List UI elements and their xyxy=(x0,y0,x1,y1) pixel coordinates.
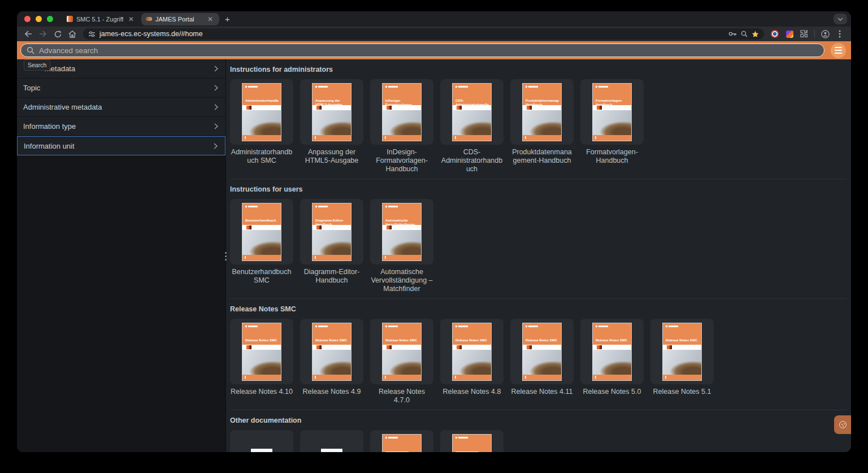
document-title: Automatische Vervollständigung – Matchfi… xyxy=(370,268,433,293)
document-thumbnail[interactable]: Benutzerhandbuch xyxy=(230,199,293,264)
browser-menu-dots-icon[interactable] xyxy=(834,28,846,40)
document-thumbnail[interactable]: Administratorhandbuch xyxy=(230,79,293,145)
tab-close-icon[interactable]: ✕ xyxy=(127,15,136,23)
book-cover: Administratorhandbuch xyxy=(242,83,281,141)
document-card[interactable]: Anpassung der HTML5-Ausgabe Anpassung de… xyxy=(300,79,363,165)
tab-smc-documentation[interactable]: SMC 5.1 - Zugriffsberechtigu ✕ xyxy=(62,13,140,25)
document-thumbnail[interactable]: Release Notes SMC xyxy=(650,319,714,384)
address-bar[interactable]: james-ecs.ec-systems.de/#home xyxy=(83,28,764,40)
chevron-right-icon xyxy=(214,66,218,72)
document-card[interactable]: Release Notes SMC Release Notes 4.8 xyxy=(440,319,504,396)
consent-widget-icon xyxy=(839,421,847,428)
document-thumbnail[interactable]: InDesign-Formatvorlagen-Handbuch xyxy=(370,79,433,145)
cover-photo xyxy=(242,230,281,256)
document-thumbnail[interactable]: Anpassung der HTML5-Ausgabe xyxy=(300,79,363,145)
cover-band xyxy=(383,345,421,350)
document-card[interactable]: Benutzerhandbuch Benutzerhandbuch SMC xyxy=(230,199,293,285)
document-card[interactable]: Release Notes SMC Release Notes 4.10 xyxy=(230,319,293,396)
document-thumbnail[interactable]: Release Notes SMC xyxy=(370,319,433,384)
document-card[interactable]: Diagramm-Editor-Handbuch Diagramm-Editor… xyxy=(300,199,363,285)
publisher-logo-icon xyxy=(596,326,608,327)
sidebar-item-administrative-metadata[interactable]: Administrative metadata xyxy=(17,98,225,117)
document-thumbnail[interactable]: Produktdatenmanagement-Handbuch xyxy=(510,79,574,145)
cover-band xyxy=(383,225,421,230)
minimize-window-button[interactable] xyxy=(36,16,42,22)
tab-james-portal[interactable]: JAMES Portal ✕ xyxy=(141,13,219,25)
document-thumbnail[interactable]: Diagramm-Editor-Handbuch xyxy=(300,199,363,264)
cover-footer xyxy=(523,135,561,141)
document-card[interactable] xyxy=(440,430,504,452)
document-card[interactable]: Produktdatenmanagement-Handbuch Produktd… xyxy=(510,79,574,165)
document-card[interactable]: InDesign-Formatvorlagen-Handbuch InDesig… xyxy=(370,79,433,173)
cover-band xyxy=(313,225,351,230)
document-card[interactable]: Release Notes SMC Release Notes 4.7.0 xyxy=(370,319,433,405)
document-thumbnail[interactable]: Release Notes SMC xyxy=(510,319,574,384)
cover-photo xyxy=(453,350,491,376)
cover-band xyxy=(453,345,491,350)
book-cover xyxy=(452,434,492,453)
reload-icon[interactable] xyxy=(51,28,64,40)
document-thumbnail[interactable]: Formatvorlagen-Handbuch xyxy=(580,79,644,145)
document-card[interactable]: Release Notes SMC Release Notes 4.11 xyxy=(510,319,574,396)
document-thumbnail[interactable] xyxy=(230,430,293,452)
document-thumbnail[interactable]: Automatische Vervollständigung Matchfind… xyxy=(370,199,433,264)
document-thumbnail[interactable]: Release Notes SMC xyxy=(300,319,363,384)
document-thumbnail[interactable] xyxy=(300,430,363,452)
url-text[interactable]: james-ecs.ec-systems.de/#home xyxy=(99,30,724,38)
sidebar-item-information-type[interactable]: Information type xyxy=(17,117,225,136)
portal-menu-button[interactable] xyxy=(831,43,846,58)
document-sections: Instructions for administrators Administ… xyxy=(226,59,851,452)
document-card[interactable]: Formatvorlagen-Handbuch Formatvorlagen-H… xyxy=(580,79,644,165)
close-window-button[interactable] xyxy=(24,16,31,22)
tab-close-icon[interactable]: ✕ xyxy=(206,15,215,23)
document-card[interactable]: CDS-Administratorhandbuch CDS-Administra… xyxy=(440,79,504,173)
james-favicon-icon xyxy=(146,17,152,21)
profile-avatar-icon[interactable] xyxy=(819,28,831,40)
document-title: Benutzerhandbuch SMC xyxy=(230,268,293,285)
document-card[interactable]: Automatische Vervollständigung Matchfind… xyxy=(370,199,433,293)
cover-title: Release Notes SMC xyxy=(666,339,699,342)
document-thumbnail[interactable]: Release Notes SMC xyxy=(230,319,293,384)
fullscreen-window-button[interactable] xyxy=(47,16,53,22)
back-icon[interactable] xyxy=(22,28,34,40)
chevron-right-icon xyxy=(214,85,218,91)
document-thumbnail[interactable]: Release Notes SMC xyxy=(580,319,644,384)
document-card[interactable]: Release Notes SMC Release Notes 5.0 xyxy=(580,319,644,396)
bookmark-star-icon[interactable] xyxy=(752,31,759,38)
floating-action-button[interactable] xyxy=(834,415,851,434)
document-card[interactable]: Administratorhandbuch Administratorhandb… xyxy=(230,79,293,165)
document-section: Release Notes SMC Release Notes SMC Rele… xyxy=(230,298,847,410)
forward-icon[interactable] xyxy=(37,28,49,40)
document-thumbnail[interactable] xyxy=(370,430,433,452)
document-card[interactable]: Release Notes SMC Release Notes 4.9 xyxy=(300,319,363,396)
document-thumbnail[interactable]: Release Notes SMC xyxy=(440,319,504,384)
chevron-right-icon xyxy=(214,143,218,149)
document-thumbnail[interactable] xyxy=(440,430,504,452)
search-input[interactable] xyxy=(39,46,818,55)
document-card[interactable] xyxy=(370,430,433,452)
section-title: Release Notes SMC xyxy=(230,305,847,313)
document-thumbnail[interactable]: CDS-Administratorhandbuch xyxy=(440,79,504,145)
advanced-search-bar[interactable] xyxy=(20,44,824,57)
zoom-icon[interactable] xyxy=(741,31,748,37)
passwords-key-icon[interactable] xyxy=(728,31,737,37)
sidebar-item-information-unit[interactable]: Information unit xyxy=(17,136,225,155)
document-card[interactable] xyxy=(300,430,363,452)
new-tab-button[interactable]: + xyxy=(220,14,235,24)
cover-band xyxy=(313,345,351,350)
extension-eye-icon[interactable] xyxy=(769,28,781,40)
document-card[interactable] xyxy=(230,430,293,452)
extensions-puzzle-icon[interactable] xyxy=(798,28,810,40)
document-card[interactable]: Release Notes SMC Release Notes 5.1 xyxy=(650,319,714,396)
book-cover: Benutzerhandbuch xyxy=(242,203,281,261)
cover-title: Benutzerhandbuch xyxy=(245,219,279,223)
tab-list-chevron-button[interactable] xyxy=(834,14,847,24)
publisher-logo-icon xyxy=(455,437,468,439)
sidebar-resize-handle[interactable] xyxy=(224,250,228,262)
section-title: Instructions for administrators xyxy=(230,66,847,73)
home-icon[interactable] xyxy=(66,28,79,40)
site-settings-icon[interactable] xyxy=(88,31,96,37)
cover-footer xyxy=(313,255,351,261)
extension-pen-icon[interactable] xyxy=(783,28,796,40)
sidebar-item-topic[interactable]: Topic xyxy=(17,79,225,98)
